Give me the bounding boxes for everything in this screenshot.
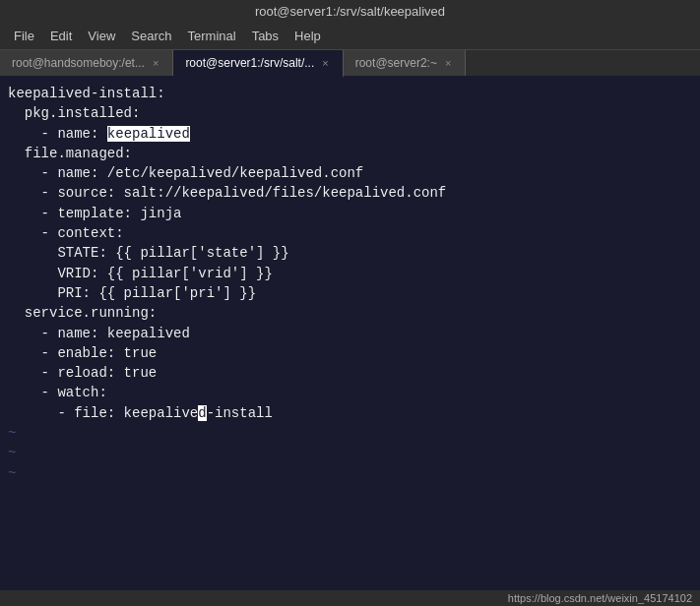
- menu-item-view[interactable]: View: [82, 27, 121, 45]
- tab-close-3[interactable]: ×: [443, 57, 453, 69]
- terminal-line: PRI: {{ pillar['pri'] }}: [8, 283, 692, 303]
- terminal-area[interactable]: keepalived-install: pkg.installed: - nam…: [0, 78, 700, 590]
- terminal-line: - template: jinja: [8, 204, 692, 223]
- menubar: FileEditViewSearchTerminalTabsHelp: [0, 23, 700, 50]
- highlighted-text: keepalived: [107, 126, 190, 142]
- tab-label-3: root@server2:~: [355, 56, 437, 70]
- titlebar: root@server1:/srv/salt/keepalived: [0, 0, 700, 23]
- terminal-line: - watch:: [8, 383, 692, 402]
- tab-1[interactable]: root@handsomeboy:/et...×: [0, 50, 173, 76]
- tab-close-2[interactable]: ×: [320, 57, 330, 69]
- menu-item-file[interactable]: File: [8, 27, 40, 45]
- terminal-line: ~: [8, 423, 692, 443]
- menu-item-tabs[interactable]: Tabs: [246, 27, 285, 45]
- terminal-line: service.running:: [8, 303, 692, 323]
- statusbar: https://blog.csdn.net/weixin_45174102: [0, 590, 700, 606]
- cursor: d: [198, 405, 206, 421]
- terminal-line: ~: [8, 463, 692, 483]
- terminal-line: STATE: {{ pillar['state'] }}: [8, 243, 692, 263]
- menu-item-search[interactable]: Search: [125, 27, 177, 45]
- terminal-line: - file: keepalived-install: [8, 403, 692, 423]
- terminal-line: - enable: true: [8, 343, 692, 363]
- tab-3[interactable]: root@server2:~×: [344, 50, 467, 76]
- tab-2[interactable]: root@server1:/srv/salt/...×: [173, 50, 343, 78]
- tab-label-1: root@handsomeboy:/et...: [12, 56, 145, 70]
- terminal-line: - context:: [8, 223, 692, 243]
- menu-item-help[interactable]: Help: [288, 27, 327, 45]
- terminal-line: - name: keepalived: [8, 324, 692, 343]
- statusbar-url: https://blog.csdn.net/weixin_45174102: [508, 592, 692, 604]
- terminal-line: ~: [8, 443, 692, 462]
- terminal-line: keepalived-install:: [8, 84, 692, 103]
- terminal-line: - name: keepalived: [8, 124, 692, 144]
- terminal-line: - reload: true: [8, 363, 692, 383]
- terminal-line: VRID: {{ pillar['vrid'] }}: [8, 264, 692, 283]
- terminal-line: file.managed:: [8, 144, 692, 163]
- terminal-line: - name: /etc/keepalived/keepalived.conf: [8, 163, 692, 183]
- menu-item-edit[interactable]: Edit: [44, 27, 78, 45]
- titlebar-text: root@server1:/srv/salt/keepalived: [255, 4, 445, 19]
- tab-label-2: root@server1:/srv/salt/...: [185, 56, 314, 70]
- menu-item-terminal[interactable]: Terminal: [182, 27, 242, 45]
- terminal-line: - source: salt://keepalived/files/keepal…: [8, 183, 692, 203]
- tab-close-1[interactable]: ×: [151, 57, 160, 69]
- tabbar: root@handsomeboy:/et...×root@server1:/sr…: [0, 50, 700, 78]
- terminal-line: pkg.installed:: [8, 103, 692, 123]
